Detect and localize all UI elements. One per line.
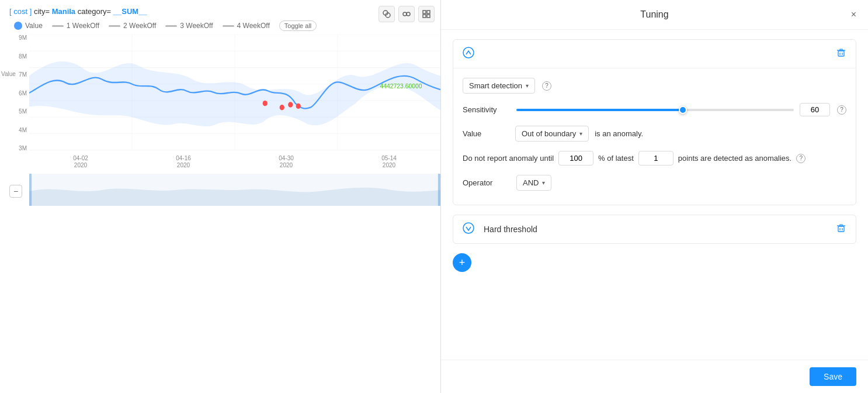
category-value: __SUM__ [113, 7, 147, 16]
is-anomaly-text: is an anomaly. [595, 129, 643, 138]
chart-svg: 4442723.60000 [29, 35, 440, 151]
svg-point-3 [407, 12, 410, 16]
method-row: Smart detection ▾ ? [463, 78, 846, 94]
svg-rect-29 [838, 51, 844, 56]
collapse-icon[interactable] [463, 47, 474, 61]
legend: Value 1 WeekOff 2 WeekOff 3 WeekOff 4 We… [0, 18, 440, 32]
svg-point-28 [463, 47, 474, 58]
svg-point-2 [403, 12, 407, 16]
navigator-svg [29, 174, 440, 206]
sensitivity-label: Sensitivity [463, 105, 509, 114]
svg-point-21 [280, 105, 284, 110]
legend-dot-3weekoff [165, 25, 177, 27]
zoom-out-btn[interactable]: − [9, 185, 22, 198]
value-select[interactable]: Out of boundary ▾ [515, 126, 589, 142]
sensitivity-row: Sensitivity 60 ? [463, 103, 846, 116]
operator-select[interactable]: AND ▾ [516, 175, 551, 191]
hard-threshold-collapse-icon[interactable] [463, 222, 474, 236]
legend-label-4weekoff: 4 WeekOff [237, 22, 270, 30]
legend-label-2weekoff: 2 WeekOff [123, 22, 156, 30]
value-chevron-icon: ▾ [579, 130, 582, 137]
chart-icons [379, 6, 435, 22]
svg-point-20 [263, 101, 268, 106]
report-row: Do not report anomaly until % of latest … [463, 151, 846, 166]
add-condition-btn[interactable]: + [453, 253, 471, 272]
hard-threshold-header: Hard threshold [453, 215, 856, 243]
sensitivity-slider-container: 60 [516, 103, 830, 116]
legend-dot-1weekoff [52, 25, 64, 27]
operator-chevron-icon: ▾ [542, 180, 545, 186]
svg-text:4442723.60000: 4442723.60000 [380, 82, 422, 89]
y-label-5m: 5M [19, 108, 27, 115]
report-points-input[interactable] [638, 151, 673, 166]
legend-item-4weekoff: 4 WeekOff [223, 22, 270, 30]
y-label-6m: 6M [19, 90, 27, 96]
delete-detection-btn[interactable] [836, 47, 846, 60]
report-label-before: Do not report anomaly until [463, 154, 554, 163]
value-select-value: Out of boundary [522, 129, 576, 138]
svg-rect-25 [29, 174, 440, 206]
legend-item-1weekoff: 1 WeekOff [52, 22, 99, 30]
x-label-0416: 04-162020 [176, 155, 191, 169]
svg-rect-7 [423, 15, 426, 18]
sensitivity-help-icon[interactable]: ? [837, 105, 846, 115]
section-left [463, 47, 474, 61]
smart-detection-section: Smart detection ▾ ? Sensitivity 60 ? [453, 39, 856, 205]
report-help-icon[interactable]: ? [796, 154, 805, 163]
sensitivity-value[interactable]: 60 [800, 103, 830, 116]
svg-rect-27 [438, 174, 440, 206]
hard-threshold-section: Hard threshold [453, 215, 856, 244]
legend-dot-value [14, 22, 22, 30]
legend-label-value: Value [25, 22, 43, 30]
sensitivity-thumb [679, 106, 687, 114]
chart-icon-1[interactable] [379, 6, 395, 22]
y-axis: 9M 8M 7M 6M 5M 4M 3M [9, 35, 27, 151]
chart-plot: 4442723.60000 [29, 35, 440, 151]
report-percent-input[interactable] [558, 151, 593, 166]
svg-rect-34 [838, 226, 844, 232]
value-label: Value [463, 129, 509, 138]
svg-rect-5 [423, 11, 426, 13]
tuning-close-btn[interactable]: × [851, 9, 856, 20]
legend-label-1weekoff: 1 WeekOff [67, 22, 99, 30]
tuning-body: Smart detection ▾ ? Sensitivity 60 ? [441, 30, 868, 360]
hard-threshold-title: Hard threshold [484, 225, 537, 234]
report-percent-label: % of latest [598, 154, 634, 163]
operator-row: Operator AND ▾ [463, 175, 846, 191]
y-label-3m: 3M [19, 145, 27, 151]
chart-icon-3[interactable] [418, 6, 435, 22]
svg-rect-6 [427, 11, 430, 13]
anomaly-row: Value Out of boundary ▾ is an anomaly. [463, 126, 846, 142]
legend-dot-2weekoff [109, 25, 120, 27]
detection-section-header [453, 40, 856, 68]
method-select[interactable]: Smart detection ▾ [463, 78, 535, 94]
svg-point-23 [296, 104, 301, 109]
delete-hard-threshold-btn[interactable] [836, 223, 846, 236]
save-btn[interactable]: Save [810, 367, 856, 386]
bracket-open: [ cost ] [9, 7, 32, 16]
chart-icon-2[interactable] [398, 6, 415, 22]
svg-rect-8 [427, 15, 430, 18]
tuning-footer: Save [441, 360, 868, 393]
sensitivity-slider[interactable] [516, 109, 794, 111]
tuning-panel: Tuning × [441, 0, 868, 393]
chart-header: [ cost ] city= Manila category= __SUM__ [0, 0, 440, 18]
method-help-icon[interactable]: ? [542, 81, 551, 91]
svg-point-22 [288, 102, 293, 107]
hard-threshold-left: Hard threshold [463, 222, 537, 236]
operator-select-value: AND [523, 178, 539, 187]
navigator: − [29, 174, 440, 206]
svg-rect-26 [29, 174, 32, 206]
svg-point-33 [463, 223, 474, 233]
y-label-9m: 9M [19, 35, 27, 41]
city-label: city= [34, 7, 50, 16]
x-label-0430: 04-302020 [279, 155, 294, 169]
legend-dot-4weekoff [223, 25, 234, 27]
operator-label: Operator [463, 178, 509, 187]
legend-label-3weekoff: 3 WeekOff [180, 22, 213, 30]
x-label-0514: 05-142020 [381, 155, 397, 169]
legend-item-2weekoff: 2 WeekOff [109, 22, 156, 30]
y-label-7m: 7M [19, 71, 27, 78]
toggle-all-btn[interactable]: Toggle all [279, 20, 317, 31]
tuning-header: Tuning × [441, 0, 868, 30]
